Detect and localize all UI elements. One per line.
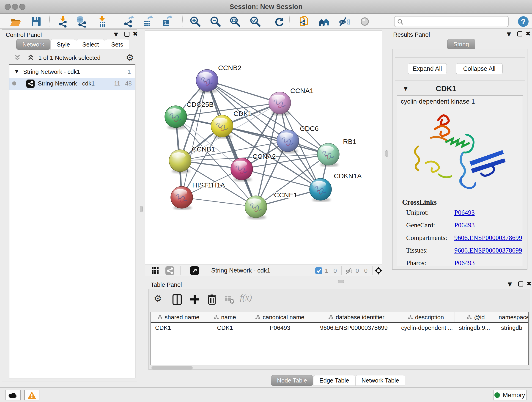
close-panel-button[interactable]: ✖ <box>526 281 532 287</box>
cloud-icon <box>8 391 18 399</box>
tab-style[interactable]: Style <box>51 39 76 50</box>
export-table-icon[interactable] <box>142 16 153 27</box>
add-column-icon[interactable] <box>188 293 201 306</box>
maximize-panel-button[interactable] <box>124 32 129 37</box>
collection-expand-icon[interactable]: ▼ <box>15 69 18 74</box>
refresh-icon[interactable] <box>273 16 285 27</box>
crosslink-link[interactable]: P06493 <box>454 209 475 216</box>
right-divider-grip[interactable] <box>385 150 388 157</box>
toolbar-separator <box>49 16 50 27</box>
memory-button[interactable]: Memory <box>493 390 526 400</box>
network-edge[interactable] <box>182 197 256 207</box>
network-label: String Network - cdk1 <box>38 80 95 87</box>
detach-view-icon[interactable] <box>190 266 199 275</box>
crosslink-link[interactable]: P06493 <box>454 259 475 267</box>
network-node-CCNA1[interactable] <box>269 92 291 115</box>
search-input[interactable] <box>406 17 507 26</box>
tab-network[interactable]: Network <box>16 39 51 50</box>
close-panel-button[interactable]: ✖ <box>526 31 531 37</box>
save-session-icon[interactable] <box>30 16 42 27</box>
maximize-panel-button[interactable] <box>518 281 523 287</box>
network-canvas[interactable]: CCNB2CCNA1CDC25BCDK1CDC6RB1CCNB1CCNA2CDK… <box>145 31 382 265</box>
function-builder-icon[interactable]: f(x) <box>240 293 252 303</box>
collapse-all-button[interactable]: Collapse All <box>456 63 503 74</box>
network-edge[interactable] <box>207 80 280 103</box>
scrollbar-thumb[interactable] <box>152 366 193 370</box>
string-results-container: Expand All Collapse All ▼ CDK1 cyclin-de… <box>392 49 527 269</box>
column-header-description[interactable]: description <box>397 312 455 322</box>
network-options-gear-icon[interactable]: ⚙ <box>126 53 134 62</box>
show-columns-icon[interactable] <box>171 293 184 306</box>
column-header-name[interactable]: name <box>206 312 244 322</box>
crosslink-link[interactable]: P06493 <box>454 221 475 229</box>
import-table-file-icon[interactable] <box>96 16 108 27</box>
column-header-shared-name[interactable]: shared name <box>151 312 206 322</box>
close-panel-button[interactable]: ✖ <box>133 31 138 37</box>
zoom-in-icon[interactable] <box>189 16 201 27</box>
selected-checkbox-icon[interactable] <box>315 267 322 274</box>
float-panel-button[interactable]: ▼ <box>508 281 512 288</box>
network-node-CCNA2[interactable] <box>231 158 253 182</box>
delete-column-icon[interactable] <box>206 293 218 306</box>
entry-collapse-icon[interactable]: ▼ <box>404 86 408 91</box>
import-network-file-icon[interactable] <box>57 16 69 27</box>
tab-sets[interactable]: Sets <box>105 39 129 50</box>
column-header-namespace[interactable]: namespace <box>497 312 529 322</box>
crosslinks-title: CrossLinks <box>402 198 437 206</box>
help-icon[interactable]: ? <box>517 16 529 27</box>
zoom-out-icon[interactable] <box>209 16 221 27</box>
crosslink-link[interactable]: 9606.ENSP00000378699 <box>454 247 522 254</box>
tab-node-table[interactable]: Node Table <box>271 375 313 386</box>
network-share-view-icon[interactable] <box>165 266 174 275</box>
control-panel-title: Control Panel <box>6 32 42 38</box>
open-session-icon[interactable] <box>10 16 22 27</box>
network-list: ▼ String Network - cdk1 1 String Network… <box>9 64 135 378</box>
network-node-RB1[interactable] <box>317 143 339 167</box>
tab-select[interactable]: Select <box>76 39 105 50</box>
delete-table-icon[interactable] <box>223 293 236 306</box>
network-collection-row[interactable]: ▼ String Network - cdk1 1 <box>9 67 135 78</box>
results-panel: Results Panel ▼ ✖ String Expand All Coll… <box>389 29 530 272</box>
left-divider-grip[interactable] <box>140 206 143 212</box>
show-selection-icon[interactable] <box>359 16 371 27</box>
tab-string[interactable]: String <box>447 39 475 50</box>
float-panel-button[interactable]: ▼ <box>114 31 118 38</box>
network-node-CCNE1[interactable] <box>245 196 267 219</box>
zoom-selected-icon[interactable] <box>249 16 261 27</box>
table-row[interactable]: CDK1CDK1P064939606.ENSP00000378699cyclin… <box>151 323 528 333</box>
hidden-eye-icon[interactable] <box>345 267 353 275</box>
table-options-gear-icon[interactable]: ⚙ <box>154 294 162 303</box>
cloud-button[interactable] <box>6 390 21 400</box>
column-header-database-identifier[interactable]: database identifier <box>316 312 397 322</box>
crosslink-link[interactable]: 9606.ENSP00000378699 <box>454 234 522 242</box>
network-node-CDK1[interactable] <box>211 115 233 139</box>
export-network-icon[interactable] <box>123 16 135 27</box>
column-header-@id[interactable]: @id <box>455 312 497 322</box>
warnings-button[interactable] <box>24 390 39 400</box>
column-header-canonical-name[interactable]: canonical name <box>244 312 316 322</box>
clone-network-icon[interactable] <box>298 16 310 27</box>
pan-crosshair-icon[interactable] <box>374 267 383 275</box>
network-node-CDC6[interactable] <box>277 130 299 153</box>
zoom-fit-icon[interactable] <box>229 16 241 27</box>
search-box[interactable] <box>394 16 509 27</box>
horizontal-scrollbar[interactable] <box>151 366 529 370</box>
import-network-database-icon[interactable] <box>76 16 88 27</box>
crosslink-row: Uniprot:P06493 <box>397 209 523 221</box>
toolbar-separator <box>266 16 266 27</box>
grid-view-icon[interactable] <box>151 267 159 274</box>
network-node-CDKN1A[interactable] <box>310 178 331 202</box>
tab-edge-table[interactable]: Edge Table <box>313 375 355 386</box>
float-panel-button[interactable]: ▼ <box>507 31 511 38</box>
hide-selection-icon[interactable] <box>338 16 350 27</box>
home-icon[interactable] <box>318 16 330 27</box>
export-image-icon[interactable] <box>161 16 173 27</box>
network-row-selected[interactable]: String Network - cdk1 11 48 <box>9 78 135 89</box>
maximize-panel-button[interactable] <box>517 32 522 36</box>
entry-name: CDK1 <box>436 84 456 93</box>
expand-all-button[interactable]: Expand All <box>408 63 447 74</box>
network-node-HIST1H1A[interactable] <box>171 186 193 210</box>
tab-network-table[interactable]: Network Table <box>355 375 405 386</box>
hidden-counts: 0 - 0 <box>355 267 367 274</box>
bottom-divider-grip[interactable] <box>338 280 344 283</box>
